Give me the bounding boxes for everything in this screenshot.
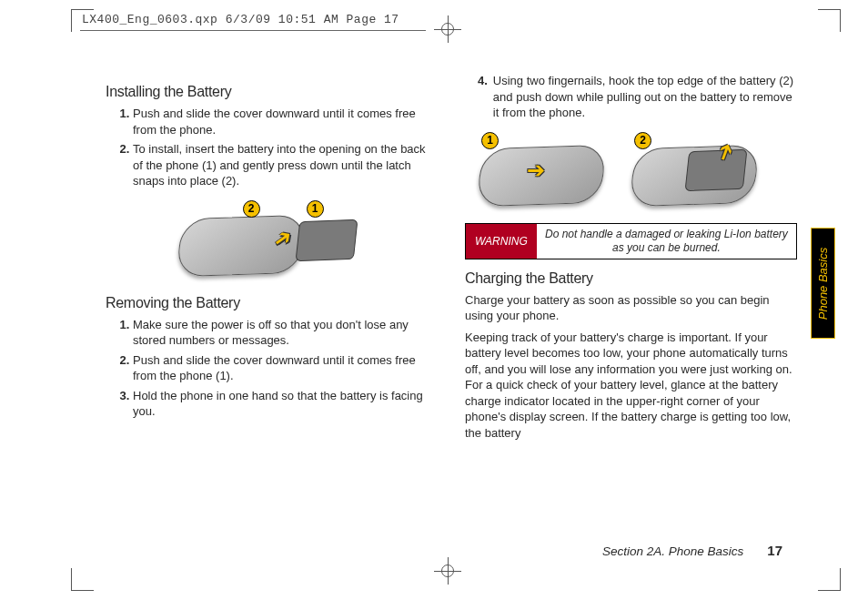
callout-badge-1: 1 [307, 200, 324, 218]
figure-install-battery: 2 1 ➔ [106, 200, 438, 284]
page-content: Installing the Battery Push and slide th… [106, 73, 797, 537]
registration-mark-icon [441, 564, 454, 577]
callout-badge-2: 2 [243, 200, 260, 218]
removing-steps: Make sure the power is off so that you d… [106, 317, 438, 420]
phone-illustration: 1 ➔ [472, 130, 609, 214]
warning-label: WARNING [466, 224, 537, 259]
heading-installing-battery: Installing the Battery [106, 84, 438, 100]
installing-steps: Push and slide the cover downward until … [106, 106, 438, 189]
warning-text: Do not handle a damaged or leaking Li-Io… [537, 224, 796, 259]
page-number: 17 [767, 543, 782, 558]
removing-step-4: 4. Using two fingernails, hook the top e… [478, 73, 797, 121]
prepress-source-line: LX400_Eng_0603.qxp 6/3/09 10:51 AM Page … [82, 13, 399, 26]
phone-illustration: 2 1 ➔ [172, 200, 372, 284]
side-tab-phone-basics: Phone Basics [811, 228, 835, 339]
page-footer: Section 2A. Phone Basics 17 [106, 543, 782, 558]
list-item: Make sure the power is off so that you d… [133, 317, 438, 349]
list-item: Push and slide the cover downward until … [133, 106, 438, 137]
footer-section: Section 2A. Phone Basics [602, 544, 743, 558]
step-text: Using two fingernails, hook the top edge… [493, 73, 797, 121]
paragraph: Charge your battery as soon as possible … [465, 292, 797, 324]
list-item: To install, insert the battery into the … [133, 141, 438, 189]
step-number: 4. [478, 73, 488, 121]
list-item: Push and slide the cover downward until … [133, 352, 438, 384]
arrow-icon: ➔ [527, 158, 545, 183]
callout-badge-1: 1 [481, 132, 499, 149]
heading-removing-battery: Removing the Battery [106, 295, 438, 311]
header-rule [80, 30, 426, 31]
right-column: 4. Using two fingernails, hook the top e… [465, 73, 797, 537]
registration-mark-icon [441, 23, 454, 36]
list-item: Hold the phone in one hand so that the b… [133, 388, 438, 420]
side-tab-label: Phone Basics [816, 247, 830, 320]
warning-box: WARNING Do not handle a damaged or leaki… [465, 223, 797, 259]
phone-illustration: 2 ➔ [625, 130, 762, 214]
left-column: Installing the Battery Push and slide th… [106, 73, 438, 537]
callout-badge-2: 2 [634, 132, 651, 149]
heading-charging-battery: Charging the Battery [465, 270, 797, 287]
paragraph: Keeping track of your battery's charge i… [465, 330, 797, 442]
figure-remove-battery: 1 ➔ 2 ➔ [472, 130, 797, 214]
